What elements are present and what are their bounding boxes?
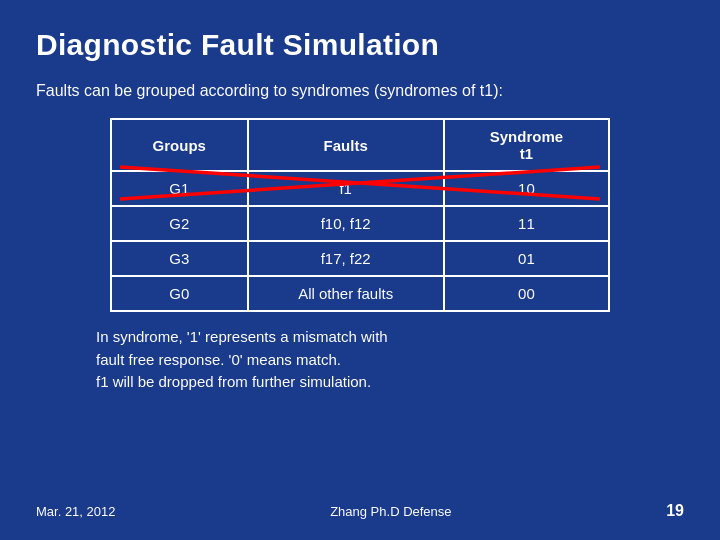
- table-row: G2 f10, f12 11: [111, 206, 609, 241]
- cell-group: G3: [111, 241, 248, 276]
- cell-group: G1: [111, 171, 248, 206]
- cell-group: G2: [111, 206, 248, 241]
- footer-date: Mar. 21, 2012: [36, 504, 116, 519]
- slide-footer: Mar. 21, 2012 Zhang Ph.D Defense 19: [36, 498, 684, 520]
- slide-subtitle: Faults can be grouped according to syndr…: [36, 80, 684, 102]
- cell-faults: f10, f12: [248, 206, 444, 241]
- cell-faults: f1: [248, 171, 444, 206]
- cell-group: G0: [111, 276, 248, 311]
- col-header-faults: Faults: [248, 119, 444, 171]
- cell-syndrome: 10: [444, 171, 609, 206]
- fault-table: Groups Faults Syndromet1 G1 f1 10 G2 f10…: [110, 118, 610, 312]
- cell-faults: f17, f22: [248, 241, 444, 276]
- slide-title: Diagnostic Fault Simulation: [36, 28, 684, 62]
- footer-author: Zhang Ph.D Defense: [330, 504, 451, 519]
- table-row: G3 f17, f22 01: [111, 241, 609, 276]
- col-header-groups: Groups: [111, 119, 248, 171]
- table-row: G0 All other faults 00: [111, 276, 609, 311]
- slide: Diagnostic Fault Simulation Faults can b…: [0, 0, 720, 540]
- cell-syndrome: 00: [444, 276, 609, 311]
- table-row: G1 f1 10: [111, 171, 609, 206]
- col-header-syndrome: Syndromet1: [444, 119, 609, 171]
- cell-syndrome: 11: [444, 206, 609, 241]
- table-wrapper: Groups Faults Syndromet1 G1 f1 10 G2 f10…: [36, 118, 684, 312]
- cell-syndrome: 01: [444, 241, 609, 276]
- cell-faults: All other faults: [248, 276, 444, 311]
- footer-page-number: 19: [666, 502, 684, 520]
- caption-text: In syndrome, '1' represents a mismatch w…: [96, 326, 684, 394]
